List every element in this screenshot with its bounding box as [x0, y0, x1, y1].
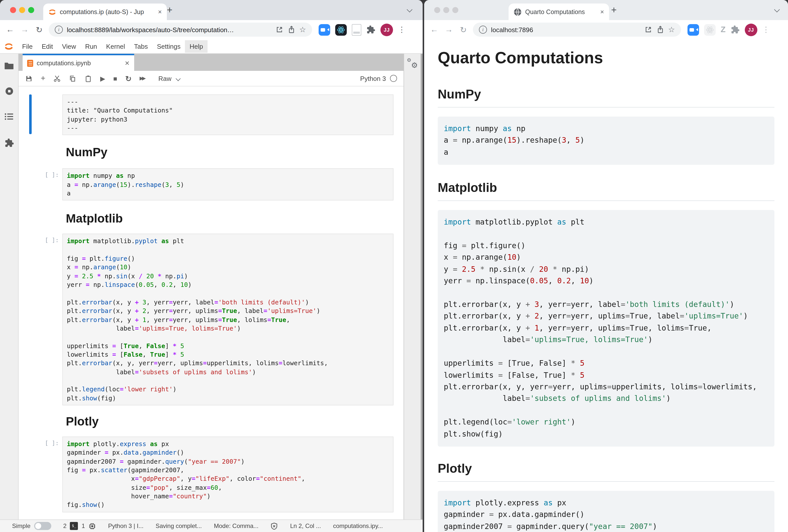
notebook-tab-close-icon[interactable]: ✕: [125, 60, 130, 66]
zotero-extension-icon[interactable]: Z: [721, 25, 726, 34]
markdown-heading-numpy[interactable]: NumPy: [66, 145, 403, 160]
markdown-heading-plotly[interactable]: Plotly: [66, 414, 403, 429]
command-mode-status[interactable]: Mode: Comma...: [214, 523, 258, 530]
menu-file[interactable]: File: [18, 40, 37, 53]
cut-cells-button[interactable]: [54, 75, 61, 82]
terminal-count: 2: [63, 523, 66, 530]
url-text[interactable]: localhost:8889/lab/workspaces/auto-S/tre…: [67, 26, 271, 34]
running-sessions-icon[interactable]: [5, 87, 13, 95]
traffic-zoom-button[interactable]: [452, 7, 458, 13]
browser-menu-icon[interactable]: ⋮: [398, 25, 406, 34]
code-editor-matplotlib[interactable]: import matplotlib.pyplot as plt fig = pl…: [62, 234, 394, 405]
extensions-puzzle-icon[interactable]: [731, 25, 740, 34]
extensions-puzzle-icon[interactable]: [366, 25, 375, 34]
code-block-numpy[interactable]: import numpy as npa = np.arange(15).resh…: [438, 117, 774, 165]
menu-kernel[interactable]: Kernel: [101, 40, 130, 53]
raw-cell-editor[interactable]: ---title: "Quarto Computations"jupyter: …: [62, 95, 394, 136]
desktop: computations.ip (auto-S) - Jup × + ← → ↻…: [0, 0, 788, 532]
restart-kernel-button[interactable]: ↻: [125, 75, 132, 82]
kernel-name[interactable]: Python 3: [360, 75, 386, 82]
extension-manager-icon[interactable]: [4, 138, 14, 148]
code-cell-plotly[interactable]: [ ]: import plotly.express as pxgapminde…: [19, 436, 403, 512]
forward-button[interactable]: →: [20, 25, 29, 34]
tab-close-icon[interactable]: ×: [158, 8, 162, 15]
menu-settings[interactable]: Settings: [152, 40, 185, 53]
code-cell-numpy[interactable]: [ ]: import numpy as npa = np.arange(15)…: [19, 168, 403, 201]
site-info-icon[interactable]: i: [55, 26, 63, 34]
notebook-tab[interactable]: computations.ipynb ✕: [23, 54, 134, 71]
tab-close-icon[interactable]: ×: [600, 8, 604, 15]
browser-profile-avatar[interactable]: JJ: [380, 23, 393, 36]
back-button[interactable]: ←: [429, 25, 439, 34]
site-info-icon[interactable]: i: [479, 26, 487, 34]
traffic-close-button[interactable]: [434, 7, 440, 13]
raw-cell[interactable]: ---title: "Quarto Computations"jupyter: …: [19, 95, 403, 136]
browser-tab-quarto[interactable]: Quarto Computations ×: [509, 3, 609, 20]
address-bar[interactable]: i localhost:7896 ☆: [473, 23, 681, 37]
url-text[interactable]: localhost:7896: [491, 26, 640, 34]
jupyter-favicon-icon: [48, 8, 56, 16]
notes-extension-icon[interactable]: [352, 24, 361, 36]
kernel-status-icon[interactable]: [390, 75, 397, 82]
traffic-minimize-button[interactable]: [443, 7, 449, 13]
menu-help[interactable]: Help: [185, 40, 208, 53]
open-in-new-icon[interactable]: [644, 26, 652, 34]
share-icon[interactable]: [656, 26, 664, 34]
interrupt-kernel-button[interactable]: ■: [113, 75, 117, 82]
code-editor-numpy[interactable]: import numpy as npa = np.arange(15).resh…: [62, 168, 394, 201]
code-block-matplotlib[interactable]: import matplotlib.pyplot as plt fig = pl…: [438, 210, 774, 446]
react-devtools-icon[interactable]: [335, 24, 347, 36]
new-tab-button[interactable]: +: [611, 4, 617, 16]
forward-button[interactable]: →: [444, 25, 454, 34]
bookmark-star-icon[interactable]: ☆: [299, 25, 306, 34]
table-of-contents-icon[interactable]: [4, 111, 14, 122]
input-prompt: [ ]:: [19, 234, 62, 405]
menu-edit[interactable]: Edit: [37, 40, 58, 53]
tab-search-chevron-icon[interactable]: [774, 7, 780, 13]
tab-search-chevron-icon[interactable]: [407, 7, 413, 13]
save-button[interactable]: [25, 75, 33, 82]
react-devtools-icon[interactable]: [704, 24, 716, 36]
code-cell-matplotlib[interactable]: [ ]: import matplotlib.pyplot as plt fig…: [19, 234, 403, 405]
file-browser-icon[interactable]: [4, 61, 14, 71]
copy-cells-button[interactable]: [69, 75, 77, 82]
address-bar[interactable]: i localhost:8889/lab/workspaces/auto-S/t…: [49, 23, 312, 37]
menu-view[interactable]: View: [58, 40, 81, 53]
run-cell-button[interactable]: ▶: [100, 75, 105, 82]
simple-mode-label: Simple: [12, 523, 31, 530]
cursor-position[interactable]: Ln 2, Col ...: [290, 523, 321, 530]
code-editor-plotly[interactable]: import plotly.express as pxgapminder = p…: [62, 436, 394, 512]
share-icon[interactable]: [287, 26, 295, 34]
zoom-extension-icon[interactable]: [688, 24, 699, 36]
traffic-zoom-button[interactable]: [28, 7, 34, 13]
browser-profile-avatar[interactable]: JJ: [745, 23, 757, 36]
kernel-status-text[interactable]: Python 3 | I...: [108, 523, 143, 530]
menu-tabs[interactable]: Tabs: [130, 40, 153, 53]
restart-run-all-button[interactable]: ▶▶: [140, 76, 144, 81]
code-block-plotly[interactable]: import plotly.express as pxgapminder = p…: [438, 491, 774, 532]
back-button[interactable]: ←: [5, 25, 15, 34]
notebook-tabbar: computations.ipynb ✕: [19, 54, 403, 71]
reload-button[interactable]: ↻: [34, 25, 44, 35]
add-cell-button[interactable]: +: [41, 74, 45, 82]
cell-selection-bar[interactable]: [29, 95, 32, 135]
cell-type-select[interactable]: Raw: [158, 75, 180, 82]
new-tab-button[interactable]: +: [167, 4, 172, 16]
window-edge: [421, 54, 422, 519]
terminal-icon: $_: [70, 522, 78, 530]
menu-run[interactable]: Run: [81, 40, 102, 53]
section-heading-numpy: NumPy: [438, 86, 774, 107]
jupyterlab-browser-window: computations.ip (auto-S) - Jup × + ← → ↻…: [0, 0, 422, 532]
simple-mode-toggle[interactable]: [34, 522, 51, 530]
traffic-minimize-button[interactable]: [19, 7, 25, 13]
traffic-close-button[interactable]: [10, 7, 16, 13]
browser-menu-icon[interactable]: ⋮: [762, 25, 770, 34]
bookmark-star-icon[interactable]: ☆: [668, 25, 675, 34]
open-in-new-icon[interactable]: [275, 26, 283, 34]
markdown-heading-matplotlib[interactable]: Matplotlib: [66, 212, 403, 226]
paste-cells-button[interactable]: [85, 75, 92, 82]
zoom-extension-icon[interactable]: [319, 24, 330, 36]
reload-button[interactable]: ↻: [458, 25, 468, 35]
browser-tab-jupyterlab[interactable]: computations.ip (auto-S) - Jup ×: [43, 3, 167, 20]
property-inspector-icon[interactable]: ⚙⚙: [407, 59, 418, 70]
